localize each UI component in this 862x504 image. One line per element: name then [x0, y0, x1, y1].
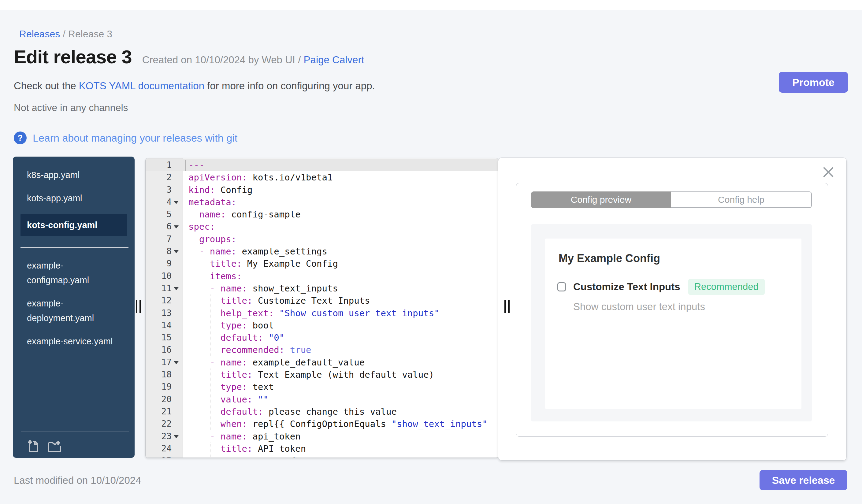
fold-arrow-icon[interactable] [174, 287, 179, 290]
recommended-badge: Recommended [688, 279, 765, 295]
config-preview-panel: Config previewConfig help My Example Con… [498, 158, 847, 461]
save-release-button[interactable]: Save release [759, 470, 847, 490]
fold-arrow-icon[interactable] [174, 435, 179, 438]
code-line[interactable]: 3kind: Config [146, 184, 498, 196]
code-line[interactable]: 25 type: password [146, 455, 498, 458]
fold-arrow-icon[interactable] [174, 225, 179, 228]
new-folder-icon [48, 439, 62, 453]
code-line[interactable]: 8 - name: example_settings [146, 245, 498, 257]
kots-yaml-doc-link[interactable]: KOTS YAML documentation [79, 80, 204, 91]
code-line[interactable]: 18 title: Text Example (with default val… [146, 369, 498, 381]
breadcrumb-releases-link[interactable]: Releases [19, 28, 60, 39]
line-number: 6 [146, 221, 172, 233]
line-number: 8 [146, 245, 172, 257]
code-line[interactable]: 9 title: My Example Config [146, 257, 498, 270]
new-folder-button[interactable] [48, 439, 62, 453]
sidebar-file-example-deployment-yaml[interactable]: example-deployment.yaml [13, 296, 119, 326]
sidebar-resize-handle[interactable] [136, 300, 141, 313]
line-number: 3 [146, 184, 172, 196]
line-number: 22 [146, 418, 172, 430]
new-file-button[interactable] [27, 439, 41, 453]
config-preview-box: Config previewConfig help My Example Con… [516, 183, 828, 437]
last-modified-text: Last modified on 10/10/2024 [14, 475, 141, 486]
file-list-bottom: example-configmap.yamlexample-deployment… [13, 258, 134, 349]
code-line[interactable]: 2apiVersion: kots.io/v1beta1 [146, 171, 498, 184]
line-number: 5 [146, 208, 172, 221]
sidebar-file-example-configmap-yaml[interactable]: example-configmap.yaml [13, 258, 119, 288]
yaml-editor[interactable]: 1---2apiVersion: kots.io/v1beta13kind: C… [145, 158, 499, 458]
code-line[interactable]: 21 default: please change this value [146, 406, 498, 418]
sidebar-file-example-service-yaml[interactable]: example-service.yaml [13, 334, 119, 349]
close-icon[interactable] [823, 167, 834, 178]
config-item-title: Customize Text Inputs [573, 281, 680, 293]
documentation-line: Check out the KOTS YAML documentation fo… [14, 80, 375, 92]
line-number: 23 [146, 430, 172, 442]
code-line[interactable]: 23 - name: api_token [146, 430, 498, 442]
code-line[interactable]: 17 - name: example_default_value [146, 356, 498, 369]
indent-guide [210, 294, 210, 356]
code-line[interactable]: 14 type: bool [146, 319, 498, 332]
title-row: Edit release 3 Created on 10/10/2024 by … [14, 46, 364, 68]
file-sidebar: k8s-app.yamlkots-app.yamlkots-config.yam… [13, 157, 134, 458]
config-group-title: My Example Config [559, 252, 801, 265]
code-line[interactable]: 11 - name: show_text_inputs [146, 282, 498, 294]
sidebar-divider [21, 247, 129, 248]
breadcrumb-current: Release 3 [68, 28, 112, 39]
tab-config-help[interactable]: Config help [671, 191, 812, 208]
line-number: 2 [146, 171, 172, 184]
fold-arrow-icon[interactable] [174, 250, 179, 253]
code-line[interactable]: 22 when: repl{{ ConfigOptionEquals "show… [146, 418, 498, 430]
customize-text-inputs-checkbox[interactable] [557, 282, 566, 291]
config-tabs: Config previewConfig help [531, 191, 812, 208]
git-learn-link[interactable]: Learn about managing your releases with … [33, 132, 237, 144]
line-number: 15 [146, 332, 172, 344]
top-white-strip [0, 0, 862, 10]
line-number: 18 [146, 369, 172, 381]
created-by-link[interactable]: Paige Calvert [304, 54, 364, 65]
code-line[interactable]: 6spec: [146, 221, 498, 233]
line-number: 20 [146, 393, 172, 406]
page-title: Edit release 3 [14, 46, 132, 68]
new-file-icon [27, 439, 41, 453]
code-line[interactable]: 24 title: API token [146, 442, 498, 455]
line-number: 19 [146, 381, 172, 393]
line-number: 13 [146, 307, 172, 319]
line-number: 9 [146, 257, 172, 270]
code-line[interactable]: 19 type: text [146, 381, 498, 393]
code-line[interactable]: 7 groups: [146, 233, 498, 245]
line-number: 12 [146, 294, 172, 307]
code-line[interactable]: 10 items: [146, 270, 498, 282]
promote-button[interactable]: Promote [779, 72, 848, 93]
git-learn-link-row[interactable]: ? Learn about managing your releases wit… [14, 132, 237, 144]
code-line[interactable]: 16 recommended: true [146, 344, 498, 356]
fold-arrow-icon[interactable] [174, 201, 179, 204]
indent-guide [210, 369, 210, 430]
file-list-top: k8s-app.yamlkots-app.yamlkots-config.yam… [13, 157, 134, 236]
breadcrumb-separator: / [60, 28, 68, 39]
code-line[interactable]: 13 help_text: "Show custom user text inp… [146, 307, 498, 319]
help-question-icon: ? [14, 132, 27, 144]
code-line[interactable]: 12 title: Customize Text Inputs [146, 294, 498, 307]
breadcrumb: Releases / Release 3 [14, 17, 112, 40]
line-number: 21 [146, 406, 172, 418]
sidebar-file-kots-config-yaml[interactable]: kots-config.yaml [21, 214, 127, 236]
code-line[interactable]: 4metadata: [146, 196, 498, 208]
sidebar-file-k8s-app-yaml[interactable]: k8s-app.yaml [13, 168, 119, 182]
preview-area: My Example Config Customize Text Inputs … [531, 224, 812, 422]
code-line[interactable]: 20 value: "" [146, 393, 498, 406]
indent-guide [210, 442, 210, 458]
code-line[interactable]: 5 name: config-sample [146, 208, 498, 221]
panel-resize-handle[interactable] [505, 300, 510, 313]
channel-status: Not active in any channels [14, 102, 128, 114]
fold-arrow-icon[interactable] [174, 361, 179, 364]
line-number: 25 [146, 455, 172, 458]
code-line[interactable]: 15 default: "0" [146, 332, 498, 344]
line-number: 11 [146, 282, 172, 294]
tab-config-preview[interactable]: Config preview [531, 191, 671, 208]
sidebar-bottom-divider [21, 432, 129, 432]
line-number: 7 [146, 233, 172, 245]
sidebar-file-kots-app-yaml[interactable]: kots-app.yaml [13, 191, 119, 205]
doc-prefix: Check out the [14, 80, 79, 91]
line-number: 1 [146, 159, 172, 171]
code-line[interactable]: 1--- [146, 159, 498, 171]
